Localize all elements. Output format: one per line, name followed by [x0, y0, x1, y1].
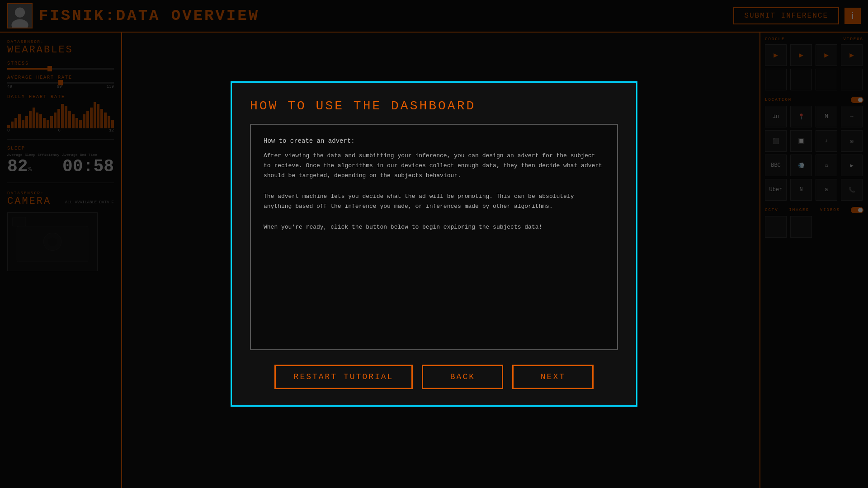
modal-content-box: How to create an advert: After viewing t…: [250, 124, 618, 350]
modal-paragraph-3: When you're ready, click the button belo…: [264, 222, 604, 232]
back-button[interactable]: BACK: [422, 365, 503, 389]
modal-title: HOW TO USE THE DASHBOARD: [250, 99, 618, 113]
next-button[interactable]: NEXT: [512, 365, 594, 389]
modal-buttons: RESTART TUTORIAL BACK NEXT: [250, 365, 618, 389]
modal: HOW TO USE THE DASHBOARD How to create a…: [231, 81, 637, 407]
restart-tutorial-button[interactable]: RESTART TUTORIAL: [274, 365, 413, 389]
modal-paragraph-1: After viewing the data and sumbitting yo…: [264, 151, 604, 181]
modal-overlay: HOW TO USE THE DASHBOARD How to create a…: [0, 0, 868, 488]
modal-paragraph-2: The advert machine lets you decide what …: [264, 192, 604, 211]
modal-section-heading: How to create an advert:: [264, 137, 604, 145]
